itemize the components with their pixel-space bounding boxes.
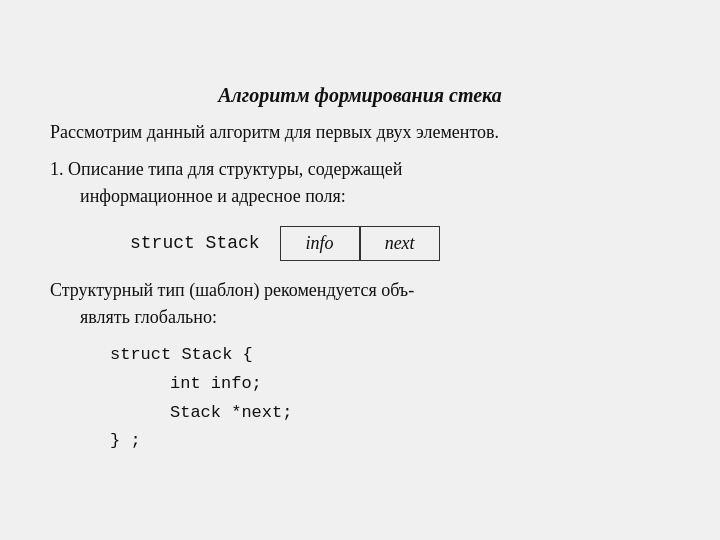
code-line-3: Stack *next; xyxy=(170,399,670,428)
paragraph-1: Рассмотрим данный алгоритм для первых дв… xyxy=(50,119,670,146)
struct-label: struct Stack xyxy=(130,233,260,253)
struct-diagram: struct Stack info next xyxy=(50,226,670,261)
item1-line1: 1. Описание типа для структуры, содержащ… xyxy=(50,159,402,179)
struct-field-info: info xyxy=(280,226,360,261)
paragraph-2: Структурный тип (шаблон) рекомендуется о… xyxy=(50,277,670,331)
para2-line2: являть глобально: xyxy=(80,304,217,331)
item1-line2: информационное и адресное поля: xyxy=(80,183,346,210)
page-content: Алгоритм формирования стека Рассмотрим д… xyxy=(20,64,700,477)
code-block: struct Stack { int info; Stack *next; } … xyxy=(50,341,670,457)
para2-line1: Структурный тип (шаблон) рекомендуется о… xyxy=(50,280,414,300)
code-line-4: } ; xyxy=(110,427,670,456)
code-line-1: struct Stack { xyxy=(110,341,670,370)
paragraph-item1: 1. Описание типа для структуры, содержащ… xyxy=(50,156,670,210)
code-line-2: int info; xyxy=(170,370,670,399)
para1-text: Рассмотрим данный алгоритм для первых дв… xyxy=(50,122,499,142)
struct-field-next: next xyxy=(360,226,440,261)
page-title: Алгоритм формирования стека xyxy=(50,84,670,107)
